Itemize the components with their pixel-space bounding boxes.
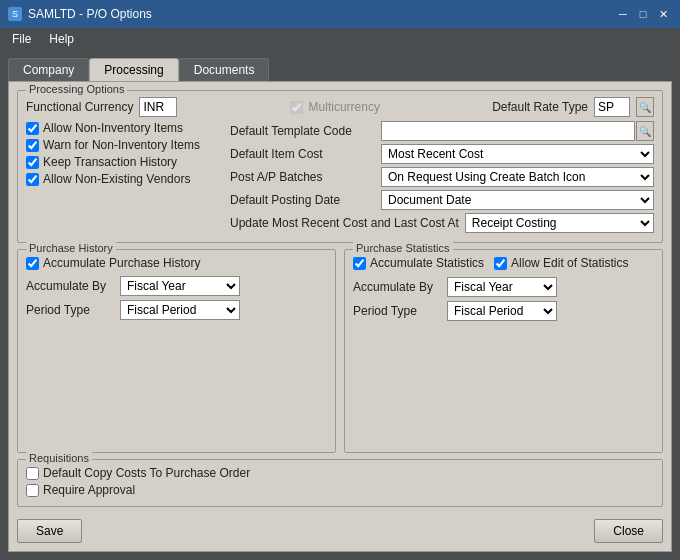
purchase-history-group: Purchase History Accumulate Purchase His… [17,249,336,453]
window-close-button[interactable]: ✕ [654,6,672,22]
close-button[interactable]: Close [594,519,663,543]
tab-company[interactable]: Company [8,58,89,81]
default-rate-type-search-button[interactable]: 🔍 [636,97,654,117]
default-rate-type-input[interactable] [594,97,630,117]
processing-options-title: Processing Options [26,83,127,95]
warn-non-inventory-label: Warn for Non-Inventory Items [43,138,200,152]
allow-edit-statistics-label: Allow Edit of Statistics [511,256,628,270]
multicurrency-checkbox [290,101,303,114]
purchase-history-period-type-select[interactable]: Fiscal Period Calendar Period [120,300,240,320]
require-approval-checkbox[interactable] [26,484,39,497]
footer: Save Close [17,519,663,543]
menu-help[interactable]: Help [41,30,82,48]
processing-options-group: Processing Options Functional Currency M… [17,90,663,243]
accumulate-purchase-history-label: Accumulate Purchase History [43,256,200,270]
default-posting-date-label: Default Posting Date [230,193,375,207]
accumulate-purchase-history-checkbox[interactable] [26,257,39,270]
allow-non-inventory-label: Allow Non-Inventory Items [43,121,183,135]
post-ap-batches-select[interactable]: On Request Using Create Batch Icon Alway… [381,167,654,187]
requisitions-group: Requisitions Default Copy Costs To Purch… [17,459,663,507]
default-template-code-label: Default Template Code [230,124,375,138]
save-button[interactable]: Save [17,519,82,543]
keep-transaction-history-checkbox[interactable] [26,156,39,169]
functional-currency-input[interactable] [139,97,177,117]
menu-file[interactable]: File [4,30,39,48]
allow-edit-statistics-checkbox[interactable] [494,257,507,270]
warn-non-inventory-checkbox[interactable] [26,139,39,152]
purchase-history-title: Purchase History [26,242,116,254]
functional-currency-label: Functional Currency [26,100,133,114]
app-icon: S [8,7,22,21]
window-title: SAMLTD - P/O Options [28,7,152,21]
purchase-stats-accumulate-by-select[interactable]: Fiscal Year Calendar Year [447,277,557,297]
default-copy-costs-checkbox[interactable] [26,467,39,480]
tab-bar: Company Processing Documents [8,58,672,81]
requisitions-title: Requisitions [26,452,92,464]
allow-non-inventory-checkbox[interactable] [26,122,39,135]
purchase-stats-accumulate-by-label: Accumulate By [353,280,443,294]
default-template-code-search-button[interactable]: 🔍 [636,121,654,141]
update-most-recent-select[interactable]: Receipt Costing Invoice Costing Both [465,213,654,233]
purchase-stats-period-type-label: Period Type [353,304,443,318]
purchase-history-accumulate-by-label: Accumulate By [26,279,116,293]
default-item-cost-label: Default Item Cost [230,147,375,161]
default-item-cost-select[interactable]: Most Recent Cost Standard Cost Average C… [381,144,654,164]
default-rate-type-label: Default Rate Type [492,100,588,114]
accumulate-statistics-checkbox[interactable] [353,257,366,270]
title-bar: S SAMLTD - P/O Options ─ □ ✕ [0,0,680,28]
keep-transaction-history-label: Keep Transaction History [43,155,177,169]
update-most-recent-label: Update Most Recent Cost and Last Cost At [230,216,459,230]
window: S SAMLTD - P/O Options ─ □ ✕ File Help C… [0,0,680,560]
default-copy-costs-label: Default Copy Costs To Purchase Order [43,466,250,480]
menu-bar: File Help [0,28,680,50]
default-template-code-input[interactable] [381,121,635,141]
purchase-stats-period-type-select[interactable]: Fiscal Period Calendar Period [447,301,557,321]
purchase-history-period-type-label: Period Type [26,303,116,317]
maximize-button[interactable]: □ [634,6,652,22]
default-posting-date-select[interactable]: Document Date Posting Date Transaction D… [381,190,654,210]
require-approval-label: Require Approval [43,483,135,497]
allow-non-existing-vendors-label: Allow Non-Existing Vendors [43,172,190,186]
purchase-statistics-group: Purchase Statistics Accumulate Statistic… [344,249,663,453]
tab-documents[interactable]: Documents [179,58,270,81]
multicurrency-label: Multicurrency [309,100,380,114]
purchase-statistics-title: Purchase Statistics [353,242,453,254]
post-ap-batches-label: Post A/P Batches [230,170,375,184]
accumulate-statistics-label: Accumulate Statistics [370,256,484,270]
minimize-button[interactable]: ─ [614,6,632,22]
tab-content: Processing Options Functional Currency M… [8,81,672,552]
tab-processing[interactable]: Processing [89,58,178,81]
allow-non-existing-vendors-checkbox[interactable] [26,173,39,186]
purchase-history-accumulate-by-select[interactable]: Fiscal Year Calendar Year [120,276,240,296]
